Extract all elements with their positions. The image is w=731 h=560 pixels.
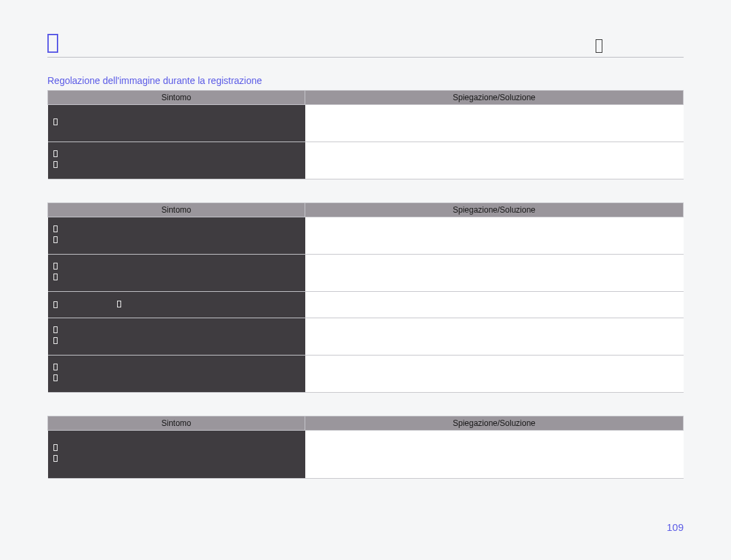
explanation-cell (305, 431, 684, 479)
symptom-cell (48, 105, 305, 142)
explanation-cell (305, 356, 684, 393)
page-number: 109 (667, 521, 684, 533)
table-row (48, 105, 684, 142)
col-symptom: Sintomo (48, 203, 305, 217)
symptom-cell (48, 356, 305, 393)
col-symptom: Sintomo (48, 416, 305, 431)
symptom-cell (48, 217, 305, 255)
explanation-cell (305, 318, 684, 356)
nav-icon (596, 39, 602, 53)
chapter-icon (47, 34, 58, 53)
table-row (48, 318, 684, 356)
explanation-cell (305, 292, 684, 318)
troubleshoot-table-1: Sintomo Spiegazione/Soluzione (47, 90, 684, 179)
symptom-cell (48, 142, 305, 179)
troubleshoot-table-2: Sintomo Spiegazione/Soluzione (47, 202, 684, 393)
table-row (48, 292, 684, 318)
col-symptom: Sintomo (48, 91, 305, 105)
page-header (47, 34, 684, 58)
col-explanation: Spiegazione/Soluzione (305, 203, 684, 217)
explanation-cell (305, 142, 684, 179)
table-row (48, 431, 684, 479)
symptom-cell (48, 431, 305, 479)
table-row (48, 217, 684, 255)
explanation-cell (305, 105, 684, 142)
troubleshoot-table-3: Sintomo Spiegazione/Soluzione (47, 416, 684, 479)
table-row (48, 142, 684, 179)
table-row (48, 356, 684, 393)
arrow-icon (117, 300, 121, 309)
explanation-cell (305, 255, 684, 292)
table-row (48, 255, 684, 292)
col-explanation: Spiegazione/Soluzione (305, 416, 684, 431)
explanation-cell (305, 217, 684, 255)
symptom-cell (48, 255, 305, 292)
section-title: Regolazione dell'immagine durante la reg… (47, 75, 684, 86)
symptom-cell (48, 292, 305, 318)
symptom-cell (48, 318, 305, 356)
col-explanation: Spiegazione/Soluzione (305, 91, 684, 105)
